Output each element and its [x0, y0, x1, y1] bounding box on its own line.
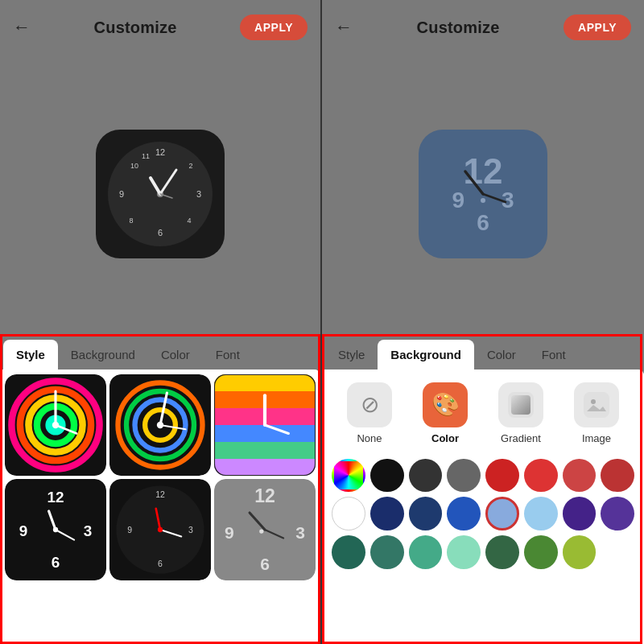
svg-text:12: 12 — [47, 489, 64, 506]
swatch-darkgray[interactable] — [409, 459, 443, 493]
svg-text:3: 3 — [196, 189, 201, 199]
svg-text:8: 8 — [129, 217, 133, 225]
svg-text:9: 9 — [127, 525, 132, 535]
left-clock-preview: 12 3 6 9 2 10 8 4 11 — [0, 48, 320, 340]
gradient-label: Gradient — [501, 432, 541, 444]
svg-text:10: 10 — [130, 162, 138, 170]
swatch-white[interactable] — [332, 497, 365, 530]
swatch-skyblue[interactable] — [524, 497, 558, 530]
swatch-teal3[interactable] — [409, 535, 443, 569]
svg-rect-32 — [214, 374, 316, 391]
right-back-button[interactable]: ← — [335, 17, 353, 38]
svg-line-66 — [465, 171, 483, 194]
svg-line-67 — [483, 194, 506, 202]
svg-rect-37 — [214, 459, 316, 476]
svg-text:9: 9 — [225, 522, 234, 541]
svg-text:6: 6 — [260, 555, 270, 573]
left-header: ← Customize APPLY — [0, 0, 320, 48]
left-title: Customize — [94, 19, 177, 37]
swatch-blank — [601, 535, 634, 569]
right-bottom-panel: ⊘ None 🎨 Color Gradient — [322, 369, 644, 645]
svg-point-57 — [158, 526, 163, 531]
svg-point-63 — [259, 529, 263, 533]
image-icon — [574, 382, 619, 427]
right-tab-font[interactable]: Font — [529, 340, 579, 369]
svg-text:6: 6 — [158, 228, 163, 237]
left-apply-button[interactable]: APPLY — [240, 14, 308, 40]
analog-clock: 12 3 6 9 2 10 8 4 11 — [96, 130, 225, 258]
svg-point-48 — [53, 526, 58, 531]
bg-type-gradient[interactable]: Gradient — [498, 382, 543, 444]
svg-text:9: 9 — [119, 189, 124, 199]
svg-point-71 — [591, 399, 596, 404]
style-item-5[interactable]: 12 3 6 9 — [109, 479, 211, 580]
left-panel: ← Customize APPLY 12 3 6 9 2 10 8 4 11 — [0, 0, 322, 644]
bg-type-none[interactable]: ⊘ None — [347, 382, 392, 444]
swatch-teal2[interactable] — [370, 535, 404, 569]
left-tab-font[interactable]: Font — [203, 340, 253, 369]
swatch-mint[interactable] — [447, 535, 481, 569]
color-grid — [332, 459, 634, 569]
right-tabs: Style Background Color Font — [322, 340, 644, 369]
svg-text:3: 3 — [84, 522, 93, 539]
style-item-6[interactable]: 12 9 3 6 — [214, 479, 316, 580]
right-clock-preview: 12 9 3 6 — [322, 48, 644, 340]
style-grid: 12 9 3 6 12 3 6 9 — [0, 369, 320, 585]
swatch-blue1[interactable] — [447, 497, 481, 530]
style-item-1[interactable] — [5, 374, 106, 476]
style-item-4[interactable]: 12 9 3 6 — [5, 479, 106, 580]
color-label: Color — [431, 432, 459, 444]
right-tab-style[interactable]: Style — [325, 340, 378, 369]
style-item-2[interactable] — [109, 374, 211, 476]
svg-text:9: 9 — [19, 522, 28, 539]
color-icon: 🎨 — [423, 382, 468, 427]
bg-type-image[interactable]: Image — [574, 382, 619, 444]
svg-rect-35 — [214, 425, 316, 442]
style-item-3[interactable] — [214, 374, 316, 476]
swatch-lightblue[interactable] — [485, 497, 519, 530]
left-tab-background[interactable]: Background — [58, 340, 148, 369]
none-label: None — [357, 432, 382, 444]
swatch-red2[interactable] — [524, 459, 558, 493]
swatch-navy1[interactable] — [370, 497, 404, 530]
swatch-black[interactable] — [370, 459, 404, 493]
swatch-teal1[interactable] — [332, 535, 365, 569]
right-tab-background[interactable]: Background — [378, 340, 474, 369]
right-panel: ← Customize APPLY 12 9 3 6 Style Bac — [322, 0, 644, 644]
swatch-purple[interactable] — [563, 497, 597, 530]
right-tab-color[interactable]: Color — [474, 340, 529, 369]
swatch-rainbow[interactable] — [332, 459, 365, 493]
svg-rect-69 — [511, 395, 530, 415]
bg-type-color[interactable]: 🎨 Color — [423, 382, 468, 444]
svg-text:2: 2 — [188, 162, 192, 170]
swatch-purple2[interactable] — [601, 497, 634, 530]
svg-text:11: 11 — [142, 152, 150, 160]
left-tab-color[interactable]: Color — [148, 340, 203, 369]
swatch-red3[interactable] — [563, 459, 597, 493]
image-label: Image — [582, 432, 611, 444]
svg-text:4: 4 — [187, 217, 191, 225]
background-panel: ⊘ None 🎨 Color Gradient — [322, 369, 644, 582]
svg-text:12: 12 — [155, 147, 165, 157]
digital-clock: 12 9 3 6 — [419, 130, 547, 258]
left-back-button[interactable]: ← — [13, 17, 31, 38]
left-tabs: Style Background Color Font — [0, 340, 320, 369]
svg-text:3: 3 — [295, 522, 305, 541]
right-apply-button[interactable]: APPLY — [564, 14, 631, 40]
swatch-navy2[interactable] — [409, 497, 443, 530]
swatch-green2[interactable] — [524, 535, 558, 569]
none-icon: ⊘ — [347, 382, 392, 427]
right-title: Customize — [417, 19, 500, 37]
swatch-green1[interactable] — [485, 535, 519, 569]
swatch-red4[interactable] — [601, 459, 634, 493]
swatch-red1[interactable] — [485, 459, 519, 493]
svg-rect-70 — [584, 392, 609, 418]
left-bottom-panel: 12 9 3 6 12 3 6 9 — [0, 369, 320, 645]
svg-text:12: 12 — [155, 489, 165, 499]
swatch-gray[interactable] — [447, 459, 481, 493]
right-header: ← Customize APPLY — [322, 0, 644, 48]
swatch-lime[interactable] — [563, 535, 597, 569]
left-tab-style[interactable]: Style — [3, 340, 58, 369]
svg-text:3: 3 — [188, 525, 193, 535]
svg-text:12: 12 — [254, 485, 275, 506]
